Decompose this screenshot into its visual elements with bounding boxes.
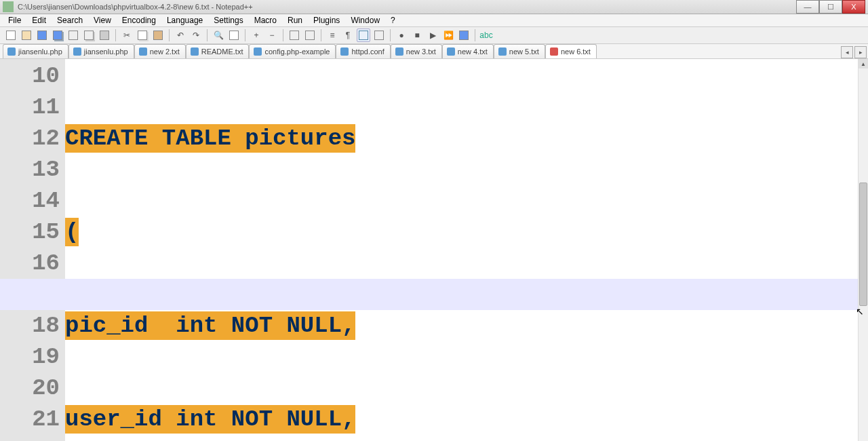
toolbar-separator [390, 29, 391, 41]
tab-file-icon [395, 47, 403, 56]
code-line: CREATE TABLE pictures [65, 124, 355, 153]
menu-view[interactable]: View [88, 14, 117, 26]
toolbar: ✂ ↶ ↷ 🔍 + − ≡ ¶ ● ■ ▶ ⏩ abc [0, 27, 868, 44]
zoom-out-icon[interactable]: − [265, 28, 279, 42]
play-macro-icon[interactable]: ▶ [426, 28, 439, 42]
spellcheck-icon[interactable]: abc [479, 28, 493, 42]
tab-file-icon [498, 47, 507, 56]
toolbar-separator [321, 29, 321, 41]
line-number: 21 [0, 404, 60, 435]
window-title: C:\Users\jiansen\Downloads\phpvirtualbox… [18, 3, 796, 11]
menubar: File Edit Search View Encoding Language … [0, 14, 868, 27]
minimize-button[interactable]: — [796, 0, 819, 14]
save-macro-icon[interactable] [457, 28, 471, 42]
tab[interactable]: new 5.txt [494, 44, 545, 58]
tab[interactable]: new 2.txt [134, 44, 186, 58]
line-number: 20 [0, 372, 60, 404]
scroll-thumb[interactable] [859, 183, 867, 306]
tab-label: new 6.txt [561, 47, 591, 56]
editor[interactable]: 10 11 12 13 14 15 16 17 18 19 20 21 CREA… [0, 59, 868, 441]
toolbar-separator [283, 29, 283, 41]
line-number: 11 [0, 92, 60, 123]
menu-run[interactable]: Run [282, 14, 308, 26]
tab[interactable]: new 4.txt [442, 44, 494, 58]
menu-search[interactable]: Search [52, 14, 88, 26]
menu-edit[interactable]: Edit [26, 14, 52, 26]
vertical-scrollbar[interactable]: ▲ ▼ [858, 59, 868, 441]
menu-plugins[interactable]: Plugins [308, 14, 345, 26]
tab-nav: ◂ ▸ [841, 46, 868, 58]
code-area[interactable]: CREATE TABLE pictures ( pic_id int NOT N… [65, 59, 858, 441]
menu-help[interactable]: ? [385, 14, 401, 26]
tabbar: jiansenlu.php jiansenlu.php new 2.txt RE… [0, 44, 868, 59]
code-line: ( [65, 218, 79, 246]
tab[interactable]: jiansenlu.php [3, 44, 68, 58]
save-all-icon[interactable] [51, 28, 64, 42]
menu-macro[interactable]: Macro [249, 14, 282, 26]
open-file-icon[interactable] [20, 28, 33, 42]
toolbar-separator [207, 29, 208, 41]
app-window: C:\Users\jiansen\Downloads\phpvirtualbox… [0, 0, 868, 441]
line-number: 13 [0, 154, 60, 185]
tab[interactable]: README.txt [186, 44, 250, 58]
redo-icon[interactable]: ↷ [189, 28, 203, 42]
tab-label: README.txt [201, 47, 243, 56]
zoom-in-icon[interactable]: + [250, 28, 263, 42]
replace-icon[interactable] [227, 28, 241, 42]
close-all-icon[interactable] [82, 28, 96, 42]
menu-settings[interactable]: Settings [208, 14, 248, 26]
tab-file-icon [340, 47, 349, 56]
find-icon[interactable]: 🔍 [212, 28, 225, 42]
line-number: 17 [0, 279, 60, 310]
tab[interactable]: jiansenlu.php [68, 44, 134, 58]
tab[interactable]: new 3.txt [391, 44, 442, 58]
tab-active[interactable]: new 6.txt [545, 44, 597, 58]
tab-label: config.php-example [264, 47, 330, 56]
tab-file-icon [191, 47, 199, 56]
scroll-up-arrow[interactable]: ▲ [859, 59, 868, 69]
stop-macro-icon[interactable]: ■ [410, 28, 424, 42]
menu-language[interactable]: Language [161, 14, 208, 26]
wordwrap-icon[interactable]: ≡ [326, 28, 339, 42]
tab[interactable]: config.php-example [249, 44, 336, 58]
tab-label: httpd.conf [351, 47, 384, 56]
tab[interactable]: httpd.conf [336, 44, 390, 58]
save-icon[interactable] [35, 28, 49, 42]
all-chars-icon[interactable]: ¶ [341, 28, 355, 42]
sync-v-icon[interactable] [288, 28, 301, 42]
tab-file-icon [7, 47, 16, 56]
cut-icon[interactable]: ✂ [120, 28, 134, 42]
sync-h-icon[interactable] [303, 28, 317, 42]
toolbar-separator [475, 29, 475, 41]
fast-macro-icon[interactable]: ⏩ [441, 28, 455, 42]
line-number: 16 [0, 248, 60, 279]
tab-label: jiansenlu.php [18, 47, 62, 56]
tab-label: jiansenlu.php [84, 47, 128, 56]
menu-file[interactable]: File [3, 14, 26, 26]
code-line: pic_id int NOT NULL, [65, 311, 355, 340]
menu-window[interactable]: Window [345, 14, 385, 26]
code-line: user_id int NOT NULL, [65, 405, 355, 434]
close-file-icon[interactable] [66, 28, 80, 42]
tab-next-button[interactable]: ▸ [854, 46, 867, 58]
tab-label: new 5.txt [509, 47, 539, 56]
new-file-icon[interactable] [4, 28, 18, 42]
lang-select-icon[interactable] [372, 28, 386, 42]
record-macro-icon[interactable]: ● [395, 28, 408, 42]
tab-prev-button[interactable]: ◂ [841, 46, 853, 58]
copy-icon[interactable] [136, 28, 149, 42]
indent-guide-icon[interactable] [357, 28, 370, 42]
maximize-button[interactable]: ☐ [819, 0, 842, 14]
toolbar-separator [245, 29, 245, 41]
print-icon[interactable] [98, 28, 111, 42]
undo-icon[interactable]: ↶ [174, 28, 187, 42]
paste-icon[interactable] [151, 28, 165, 42]
line-number-gutter: 10 11 12 13 14 15 16 17 18 19 20 21 [0, 59, 65, 441]
titlebar[interactable]: C:\Users\jiansen\Downloads\phpvirtualbox… [0, 0, 868, 14]
tab-file-icon [447, 47, 455, 56]
close-button[interactable]: X [842, 0, 865, 14]
menu-encoding[interactable]: Encoding [117, 14, 161, 26]
tab-label: new 3.txt [406, 47, 436, 56]
line-number: 18 [0, 310, 60, 341]
tab-file-icon [73, 47, 81, 56]
